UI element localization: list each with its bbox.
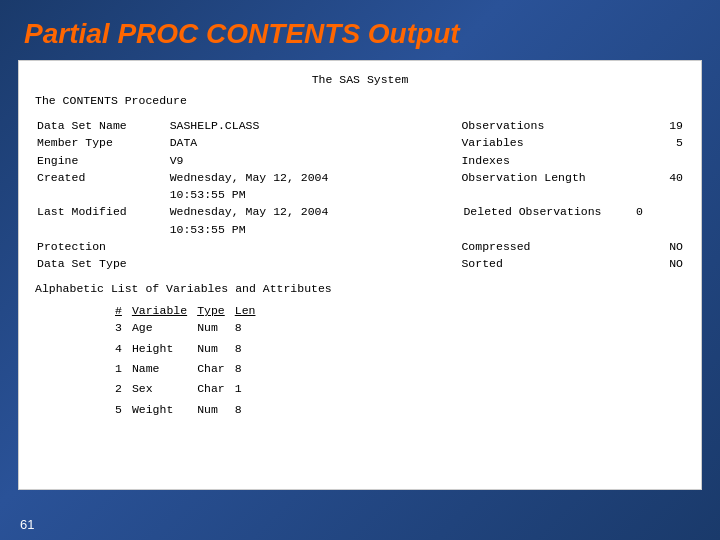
member-type-label: Member Type: [35, 134, 168, 151]
table-row: 3AgeNum8: [115, 318, 265, 338]
col-type-cell: Char: [197, 359, 235, 379]
table-row: 2SexChar1: [115, 379, 265, 399]
compressed-value: NO: [632, 238, 685, 255]
col-type-cell: Num: [197, 339, 235, 359]
col-type-cell: Char: [197, 379, 235, 399]
var-table: # Variable Type Len 3AgeNum84HeightNum81…: [115, 303, 265, 420]
table-row: 5WeightNum8: [115, 400, 265, 420]
data-set-type-label: Data Set Type: [35, 255, 168, 272]
created-label: Created: [35, 169, 168, 186]
col-num-cell: 5: [115, 400, 132, 420]
engine-value: V9: [168, 152, 460, 169]
col-len-cell: 8: [235, 318, 266, 338]
last-modified-label: Last Modified: [35, 203, 168, 220]
col-type-cell: Num: [197, 318, 235, 338]
member-type-value: DATA: [168, 134, 460, 151]
variables-value: 5: [632, 134, 685, 151]
col-num-cell: 3: [115, 318, 132, 338]
data-set-name-label: Data Set Name: [35, 117, 168, 134]
col-len-cell: 8: [235, 359, 266, 379]
engine-label: Engine: [35, 152, 168, 169]
created-time: 10:53:55 PM: [168, 186, 460, 203]
observations-label: Observations: [459, 117, 631, 134]
col-len-header: Len: [235, 303, 266, 318]
created-value: Wednesday, May 12, 2004: [168, 169, 460, 186]
alpha-header: Alphabetic List of Variables and Attribu…: [35, 282, 685, 295]
col-variable-cell: Age: [132, 318, 197, 338]
content-box: The SAS System The CONTENTS Procedure Da…: [18, 60, 702, 490]
col-variable-cell: Name: [132, 359, 197, 379]
col-type-header: Type: [197, 303, 235, 318]
col-variable-cell: Weight: [132, 400, 197, 420]
obs-length-value: 40: [632, 169, 685, 186]
data-set-name-value: SASHELP.CLASS: [168, 117, 460, 134]
col-num-cell: 1: [115, 359, 132, 379]
col-num-cell: 4: [115, 339, 132, 359]
procedure-header: The CONTENTS Procedure: [35, 94, 685, 107]
col-num-header: #: [115, 303, 132, 318]
deleted-obs-value: 0: [636, 205, 643, 218]
obs-length-label: Observation Length: [459, 169, 631, 186]
last-modified-time: 10:53:55 PM: [168, 221, 460, 238]
col-variable-cell: Height: [132, 339, 197, 359]
compressed-label: Compressed: [459, 238, 631, 255]
col-len-cell: 8: [235, 339, 266, 359]
info-table: Data Set Name SASHELP.CLASS Observations…: [35, 117, 685, 272]
col-variable-cell: Sex: [132, 379, 197, 399]
col-len-cell: 1: [235, 379, 266, 399]
table-row: 1NameChar8: [115, 359, 265, 379]
deleted-obs-label: Deleted Observations 0: [459, 203, 685, 220]
page-number: 61: [20, 517, 34, 532]
sorted-value: NO: [632, 255, 685, 272]
col-type-cell: Num: [197, 400, 235, 420]
col-num-cell: 2: [115, 379, 132, 399]
indexes-value: [632, 152, 685, 169]
variables-label: Variables: [459, 134, 631, 151]
last-modified-value: Wednesday, May 12, 2004: [168, 203, 460, 220]
table-row: 4HeightNum8: [115, 339, 265, 359]
sorted-label: Sorted: [459, 255, 631, 272]
page-title: Partial PROC CONTENTS Output: [0, 0, 720, 60]
sas-system-header: The SAS System: [35, 73, 685, 86]
col-len-cell: 8: [235, 400, 266, 420]
indexes-label: Indexes: [459, 152, 631, 169]
col-variable-header: Variable: [132, 303, 197, 318]
observations-value: 19: [632, 117, 685, 134]
protection-label: Protection: [35, 238, 168, 255]
